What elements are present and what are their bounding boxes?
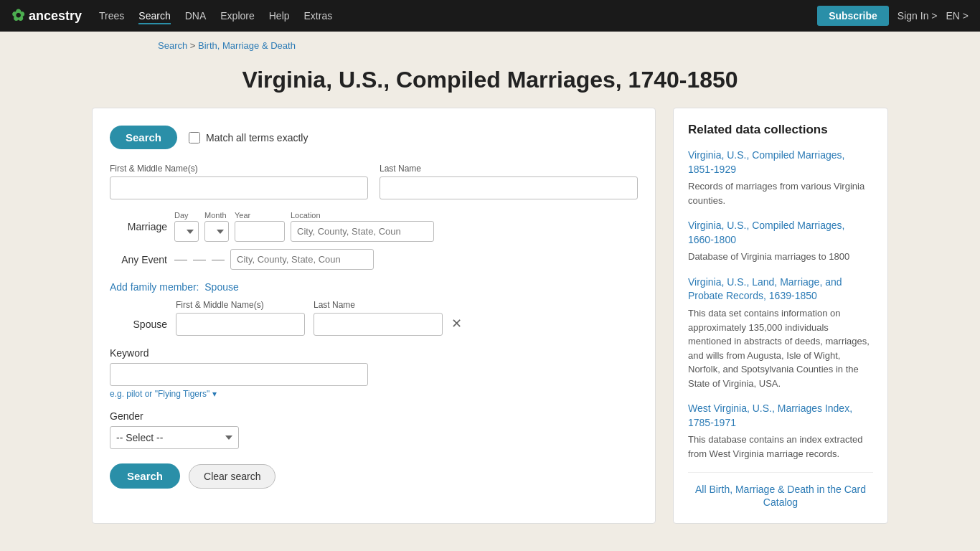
spouse-first-input[interactable] bbox=[176, 313, 305, 336]
collection-all-link[interactable]: All Birth, Marriage & Death in the Card … bbox=[695, 484, 866, 508]
marriage-year-group: Year bbox=[235, 211, 285, 242]
match-exact-text: Match all terms exactly bbox=[206, 132, 308, 143]
last-name-input[interactable] bbox=[380, 176, 638, 199]
collection-desc-2: This data set contains information on ap… bbox=[688, 306, 873, 390]
keyword-label: Keyword bbox=[110, 347, 638, 359]
collection-link-1[interactable]: Virginia, U.S., Compiled Marriages, 1660… bbox=[688, 219, 873, 247]
breadcrumb-search[interactable]: Search bbox=[158, 40, 187, 51]
any-event-row: Any Event — — — bbox=[110, 249, 638, 270]
language-selector[interactable]: EN > bbox=[946, 10, 969, 22]
marriage-location-group: Location bbox=[291, 211, 434, 242]
collection-desc-3: This database contains an index extracte… bbox=[688, 433, 873, 461]
breadcrumb-separator: > bbox=[190, 40, 198, 51]
any-event-month-dash: — bbox=[193, 252, 206, 270]
navigation: ✿ ancestry Trees Search DNA Explore Help… bbox=[0, 0, 980, 32]
any-event-label: Any Event bbox=[110, 254, 167, 265]
match-exact-checkbox[interactable] bbox=[189, 132, 200, 143]
collection-link-3[interactable]: West Virginia, U.S., Marriages Index, 17… bbox=[688, 402, 873, 430]
search-button-top[interactable]: Search bbox=[110, 126, 177, 149]
collection-desc-0: Records of marriages from various Virgin… bbox=[688, 179, 873, 207]
ancestry-logo-icon: ✿ bbox=[11, 6, 24, 25]
related-collections: Related data collections Virginia, U.S.,… bbox=[673, 108, 888, 524]
nav-links: Trees Search DNA Explore Help Extras bbox=[99, 7, 800, 24]
spouse-first-label: First & Middle Name(s) bbox=[176, 300, 305, 310]
collection-all: All Birth, Marriage & Death in the Card … bbox=[688, 472, 873, 509]
keyword-input[interactable] bbox=[110, 363, 368, 386]
marriage-month-group: Month bbox=[204, 211, 229, 242]
clear-search-button[interactable]: Clear search bbox=[189, 464, 275, 489]
nav-help[interactable]: Help bbox=[269, 7, 290, 24]
month-label: Month bbox=[204, 211, 229, 220]
gender-label: Gender bbox=[110, 410, 638, 422]
spouse-last-group: Last Name bbox=[314, 300, 443, 336]
search-panel-header: Search Match all terms exactly bbox=[110, 126, 638, 149]
marriage-month-select[interactable] bbox=[204, 221, 229, 242]
spouse-remove-button[interactable]: ✕ bbox=[451, 316, 462, 336]
subscribe-button[interactable]: Subscribe bbox=[817, 6, 889, 26]
nav-extras[interactable]: Extras bbox=[304, 7, 333, 24]
marriage-day-select[interactable] bbox=[174, 221, 199, 242]
marriage-fields: Day Month Year bbox=[174, 211, 638, 242]
main-layout: Search Match all terms exactly First & M… bbox=[77, 108, 903, 551]
spouse-last-input[interactable] bbox=[314, 313, 443, 336]
spouse-link[interactable]: Spouse bbox=[204, 281, 238, 293]
marriage-day-group: Day bbox=[174, 211, 199, 242]
gender-section: Gender -- Select -- Male Female Unknown bbox=[110, 410, 638, 449]
first-name-group: First & Middle Name(s) bbox=[110, 164, 368, 199]
collection-item-0: Virginia, U.S., Compiled Marriages, 1851… bbox=[688, 149, 873, 207]
bottom-buttons: Search Clear search bbox=[110, 463, 638, 489]
breadcrumb-category[interactable]: Birth, Marriage & Death bbox=[198, 40, 296, 51]
collection-link-0[interactable]: Virginia, U.S., Compiled Marriages, 1851… bbox=[688, 149, 873, 176]
breadcrumb: Search > Birth, Marriage & Death bbox=[0, 32, 980, 60]
event-section: Marriage Day Month bbox=[110, 211, 638, 270]
spouse-last-label: Last Name bbox=[314, 300, 443, 310]
match-exact-label[interactable]: Match all terms exactly bbox=[189, 132, 308, 143]
first-name-input[interactable] bbox=[110, 176, 368, 199]
marriage-year-input[interactable] bbox=[235, 221, 285, 242]
nav-right: Subscribe Sign In > EN > bbox=[817, 6, 969, 26]
location-label: Location bbox=[291, 211, 434, 220]
collection-item-3: West Virginia, U.S., Marriages Index, 17… bbox=[688, 402, 873, 461]
marriage-label: Marriage bbox=[110, 221, 167, 232]
last-name-label: Last Name bbox=[380, 164, 638, 174]
nav-search[interactable]: Search bbox=[138, 7, 170, 24]
nav-trees[interactable]: Trees bbox=[99, 7, 124, 24]
collection-item-2: Virginia, U.S., Land, Marriage, and Prob… bbox=[688, 276, 873, 390]
marriage-location-input[interactable] bbox=[291, 221, 434, 242]
nav-dna[interactable]: DNA bbox=[185, 7, 207, 24]
spouse-label: Spouse bbox=[110, 319, 167, 336]
day-label: Day bbox=[174, 211, 199, 220]
add-family-section: Add family member: Spouse bbox=[110, 281, 638, 293]
signin-link[interactable]: Sign In > bbox=[897, 10, 938, 22]
page-title: Virginia, U.S., Compiled Marriages, 1740… bbox=[0, 67, 980, 93]
search-button-bottom[interactable]: Search bbox=[110, 463, 180, 489]
sidebar: Related data collections Virginia, U.S.,… bbox=[673, 108, 888, 524]
collection-link-2[interactable]: Virginia, U.S., Land, Marriage, and Prob… bbox=[688, 276, 873, 303]
any-event-location-input[interactable] bbox=[230, 249, 374, 270]
spouse-row: Spouse First & Middle Name(s) Last Name … bbox=[110, 300, 638, 336]
year-label: Year bbox=[235, 211, 285, 220]
logo[interactable]: ✿ ancestry bbox=[11, 6, 82, 25]
any-event-day-dash: — bbox=[174, 252, 187, 270]
related-collections-title: Related data collections bbox=[688, 123, 873, 137]
keyword-hint[interactable]: e.g. pilot or "Flying Tigers" ▾ bbox=[110, 389, 638, 399]
search-panel: Search Match all terms exactly First & M… bbox=[92, 108, 656, 524]
collection-desc-1: Database of Virginia marriages to 1800 bbox=[688, 250, 873, 264]
nav-explore[interactable]: Explore bbox=[220, 7, 254, 24]
any-event-fields: — — — bbox=[174, 249, 638, 270]
keyword-section: Keyword e.g. pilot or "Flying Tigers" ▾ bbox=[110, 347, 638, 399]
marriage-event-row: Marriage Day Month bbox=[110, 211, 638, 242]
logo-text: ancestry bbox=[29, 9, 82, 24]
name-row: First & Middle Name(s) Last Name bbox=[110, 164, 638, 199]
spouse-first-group: First & Middle Name(s) bbox=[176, 300, 305, 336]
last-name-group: Last Name bbox=[380, 164, 638, 199]
any-event-year-dash: — bbox=[212, 252, 225, 270]
first-name-label: First & Middle Name(s) bbox=[110, 164, 368, 174]
add-family-text: Add family member: bbox=[110, 281, 199, 293]
gender-select[interactable]: -- Select -- Male Female Unknown bbox=[110, 426, 239, 449]
collection-item-1: Virginia, U.S., Compiled Marriages, 1660… bbox=[688, 219, 873, 264]
